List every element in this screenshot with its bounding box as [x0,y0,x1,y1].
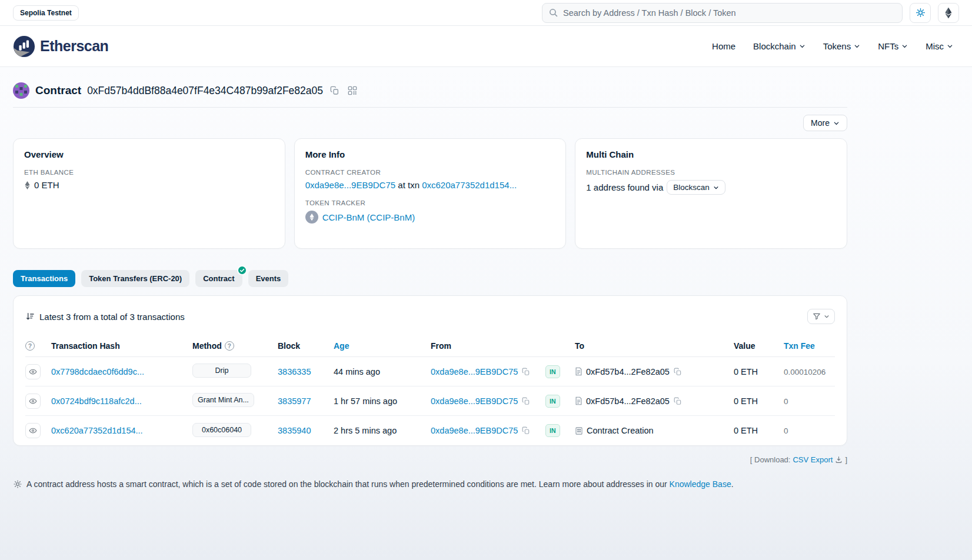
txn-hash-link[interactable]: 0x7798dcdaec0f6dd9c... [51,367,184,376]
nav-tokens[interactable]: Tokens [823,41,861,51]
eth-balance-value: 0 ETH [34,180,59,190]
value-text: 0 ETH [734,426,758,435]
tab-events[interactable]: Events [248,270,289,287]
search-icon [548,8,558,18]
method-badge[interactable]: Drip [192,364,251,378]
tab-contract[interactable]: Contract [195,270,242,287]
sort-icon [25,312,35,321]
creator-txn-link[interactable]: 0xc620a77352d1d154... [422,180,517,190]
main-nav: Home Blockchain Tokens NFTs Misc [712,41,959,51]
copy-to-icon[interactable] [673,367,683,376]
from-address-link[interactable]: 0xda9e8e...9EB9DC75 [431,396,518,406]
txn-hash-link[interactable]: 0xc620a77352d1d154... [51,426,184,435]
multichain-title: Multi Chain [586,149,836,159]
knowledge-base-link[interactable]: Knowledge Base [670,479,731,489]
more-info-card: More Info CONTRACT CREATOR 0xda9e8e...9E… [294,138,567,249]
eye-button[interactable] [25,394,41,409]
multichain-found-text: 1 address found via [586,182,663,192]
method-help-icon[interactable]: ? [225,341,234,351]
table-header: ? Transaction Hash Method ? Block Age Fr… [25,335,835,357]
age-text: 2 hrs 5 mins ago [334,426,397,435]
filter-button[interactable] [807,309,835,324]
contract-creation-icon [575,426,583,435]
eye-button[interactable] [25,364,41,379]
direction-badge: IN [545,365,560,378]
page-body: Contract 0xFd57b4ddBf88a4e07fF4e34C487b9… [0,67,972,560]
copy-from-icon[interactable] [521,426,531,435]
copy-from-icon[interactable] [521,396,531,406]
chevron-down-icon [799,43,805,49]
value-text: 0 ETH [734,396,758,406]
multichain-addresses-label: MULTICHAIN ADDRESSES [586,169,836,176]
chevron-down-icon [824,314,830,319]
copy-from-icon[interactable] [521,367,531,376]
download-prefix: [ Download: [750,455,791,464]
network-badge[interactable]: Sepolia Testnet [13,5,79,21]
transactions-tbody: 0x7798dcdaec0f6dd9c... Drip 3836335 44 m… [25,357,835,445]
token-icon [305,211,318,224]
ethereum-network-button[interactable] [938,3,959,23]
col-to: To [575,341,734,351]
nav-nfts[interactable]: NFTs [878,41,908,51]
etherscan-logo[interactable]: Etherscan [13,35,108,58]
from-address-link[interactable]: 0xda9e8e...9EB9DC75 [431,426,518,435]
value-text: 0 ETH [734,367,758,376]
col-value: Value [734,341,784,351]
tab-transactions[interactable]: Transactions [13,270,75,287]
multichain-card: Multi Chain MULTICHAIN ADDRESSES 1 addre… [575,138,847,249]
contract-footnote: A contract address hosts a smart contrac… [13,479,847,506]
nav-blockchain[interactable]: Blockchain [753,41,805,51]
search-input[interactable] [563,8,896,18]
contract-address: 0xFd57b4ddBf88a4e07fF4e34C487b99af2Fe82a… [87,85,323,97]
theme-toggle-button[interactable] [910,3,931,23]
block-link[interactable]: 3835940 [278,426,311,435]
more-button[interactable]: More [803,115,847,131]
csv-export-link[interactable]: CSV Export [793,455,833,464]
more-info-title: More Info [305,149,555,159]
method-badge[interactable]: 0x60c06040 [192,423,251,437]
chevron-down-icon [854,43,860,49]
chevron-down-icon [947,43,953,49]
col-txn-fee-toggle[interactable]: Txn Fee [784,341,815,351]
address-avatar [13,82,29,99]
ethereum-icon [944,7,953,19]
col-age-toggle[interactable]: Age [334,341,349,351]
eye-button[interactable] [25,423,41,438]
overview-card: Overview ETH BALANCE 0 ETH [13,138,285,249]
blockscan-dropdown[interactable]: Blockscan [667,180,725,195]
nav-home[interactable]: Home [712,41,735,51]
brand-name: Etherscan [40,38,108,55]
help-icon[interactable]: ? [25,341,35,351]
chevron-down-icon [833,120,840,126]
footnote-suffix: . [731,479,734,489]
document-icon [575,396,582,405]
footnote-text: A contract address hosts a smart contrac… [26,479,670,489]
from-address-link[interactable]: 0xda9e8e...9EB9DC75 [431,367,518,376]
copy-to-icon[interactable] [673,396,683,406]
creator-address-link[interactable]: 0xda9e8e...9EB9DC75 [305,180,395,190]
search-box[interactable] [542,3,903,23]
direction-badge: IN [545,395,560,408]
main-header: Etherscan Home Blockchain Tokens NFTs Mi… [0,26,972,67]
contract-title-row: Contract 0xFd57b4ddBf88a4e07fF4e34C487b9… [13,78,847,107]
token-tracker-link[interactable]: CCIP-BnM (CCIP-BnM) [322,212,415,222]
download-row: [ Download: CSV Export ] [13,455,847,464]
download-suffix: ] [845,455,847,464]
contract-creator-label: CONTRACT CREATOR [305,169,555,176]
table-row: 0x7798dcdaec0f6dd9c... Drip 3836335 44 m… [25,357,835,386]
table-row: 0xc620a77352d1d154... 0x60c06040 3835940… [25,416,835,445]
block-link[interactable]: 3835977 [278,396,311,406]
transactions-summary: Latest 3 from a total of 3 transactions [39,312,185,322]
copy-address-icon[interactable] [329,85,341,96]
page-title: Contract [35,84,81,97]
block-link[interactable]: 3836335 [278,367,311,376]
method-badge[interactable]: Grant Mint An... [192,393,254,407]
tab-token-transfers[interactable]: Token Transfers (ERC-20) [81,270,189,287]
overview-title: Overview [24,149,274,159]
verified-check-icon [237,265,247,275]
fee-text: 0 [784,426,788,435]
txn-hash-link[interactable]: 0x0724bdf9c118afc2d... [51,396,184,406]
direction-badge: IN [545,424,560,437]
nav-misc[interactable]: Misc [926,41,953,51]
qr-code-icon[interactable] [347,85,358,96]
